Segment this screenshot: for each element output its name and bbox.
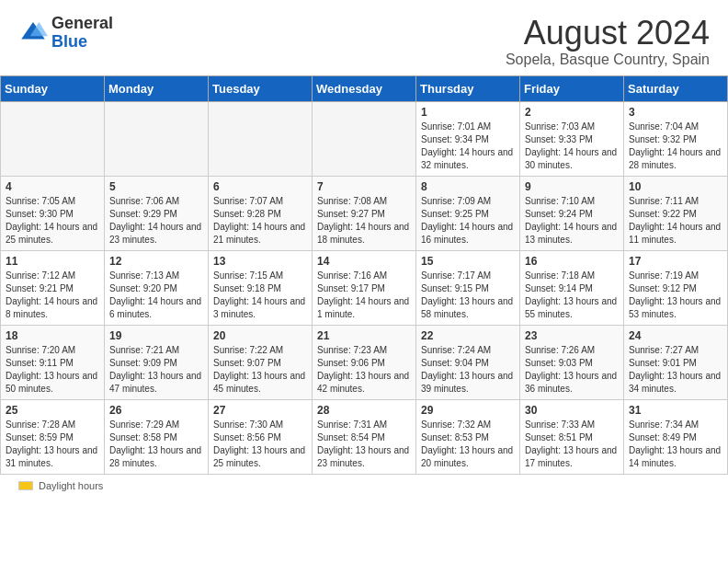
calendar-cell-5: 5Sunrise: 7:06 AMSunset: 9:29 PMDaylight… [105,176,209,250]
weekday-header-thursday: Thursday [416,75,520,101]
day-number: 11 [6,255,99,268]
title-block: August 2024 Sopela, Basque Country, Spai… [506,15,710,68]
calendar-cell-29: 29Sunrise: 7:32 AMSunset: 8:53 PMDayligh… [416,399,520,474]
week-row-1: 1Sunrise: 7:01 AMSunset: 9:34 PMDaylight… [1,101,728,176]
day-info: Sunrise: 7:21 AMSunset: 9:09 PMDaylight:… [109,344,203,396]
day-number: 24 [629,329,722,342]
day-info: Sunrise: 7:20 AMSunset: 9:11 PMDaylight:… [6,344,99,396]
calendar-cell-11: 11Sunrise: 7:12 AMSunset: 9:21 PMDayligh… [1,250,105,325]
calendar-cell-9: 9Sunrise: 7:10 AMSunset: 9:24 PMDaylight… [520,176,624,250]
week-row-5: 25Sunrise: 7:28 AMSunset: 8:59 PMDayligh… [1,399,728,474]
day-number: 1 [421,106,515,119]
day-number: 23 [525,329,619,342]
day-info: Sunrise: 7:11 AMSunset: 9:22 PMDaylight:… [629,195,722,247]
day-number: 7 [317,180,411,193]
day-info: Sunrise: 7:32 AMSunset: 8:53 PMDaylight:… [421,419,515,470]
day-number: 13 [213,255,307,268]
calendar-cell-31: 31Sunrise: 7:34 AMSunset: 8:49 PMDayligh… [624,399,728,474]
day-number: 17 [629,255,722,268]
calendar-cell-empty [105,101,209,176]
day-info: Sunrise: 7:19 AMSunset: 9:12 PMDaylight:… [629,270,722,321]
logo-icon [18,18,48,48]
day-info: Sunrise: 7:17 AMSunset: 9:15 PMDaylight:… [421,270,515,321]
day-info: Sunrise: 7:23 AMSunset: 9:06 PMDaylight:… [317,344,411,396]
day-number: 16 [525,255,619,268]
day-number: 9 [525,180,619,193]
day-info: Sunrise: 7:13 AMSunset: 9:20 PMDaylight:… [109,270,203,321]
calendar-cell-1: 1Sunrise: 7:01 AMSunset: 9:34 PMDaylight… [416,101,520,176]
day-number: 29 [421,404,515,417]
calendar-cell-8: 8Sunrise: 7:09 AMSunset: 9:25 PMDaylight… [416,176,520,250]
calendar-cell-14: 14Sunrise: 7:16 AMSunset: 9:17 PMDayligh… [313,250,416,325]
logo-general: General [51,15,113,33]
day-info: Sunrise: 7:22 AMSunset: 9:07 PMDaylight:… [213,344,307,396]
weekday-header-monday: Monday [105,75,209,101]
day-number: 5 [109,180,203,193]
day-info: Sunrise: 7:18 AMSunset: 9:14 PMDaylight:… [525,270,619,321]
day-number: 18 [6,329,99,342]
calendar-cell-12: 12Sunrise: 7:13 AMSunset: 9:20 PMDayligh… [105,250,209,325]
day-info: Sunrise: 7:05 AMSunset: 9:30 PMDaylight:… [6,195,99,247]
day-info: Sunrise: 7:28 AMSunset: 8:59 PMDaylight:… [6,419,99,470]
daylight-icon [18,481,33,490]
day-info: Sunrise: 7:10 AMSunset: 9:24 PMDaylight:… [525,195,619,247]
day-number: 3 [629,106,722,119]
calendar-cell-13: 13Sunrise: 7:15 AMSunset: 9:18 PMDayligh… [209,250,313,325]
day-info: Sunrise: 7:08 AMSunset: 9:27 PMDaylight:… [317,195,411,247]
calendar-cell-27: 27Sunrise: 7:30 AMSunset: 8:56 PMDayligh… [209,399,313,474]
calendar-cell-4: 4Sunrise: 7:05 AMSunset: 9:30 PMDaylight… [1,176,105,250]
day-info: Sunrise: 7:34 AMSunset: 8:49 PMDaylight:… [629,419,722,470]
weekday-header-tuesday: Tuesday [209,75,313,101]
day-info: Sunrise: 7:33 AMSunset: 8:51 PMDaylight:… [525,419,619,470]
calendar-cell-empty [209,101,313,176]
day-info: Sunrise: 7:31 AMSunset: 8:54 PMDaylight:… [317,419,411,470]
day-number: 28 [317,404,411,417]
day-info: Sunrise: 7:07 AMSunset: 9:28 PMDaylight:… [213,195,307,247]
calendar-cell-24: 24Sunrise: 7:27 AMSunset: 9:01 PMDayligh… [624,325,728,399]
day-number: 12 [109,255,203,268]
day-info: Sunrise: 7:01 AMSunset: 9:34 PMDaylight:… [421,121,515,172]
day-info: Sunrise: 7:03 AMSunset: 9:33 PMDaylight:… [525,121,619,172]
day-number: 26 [109,404,203,417]
day-number: 21 [317,329,411,342]
week-row-2: 4Sunrise: 7:05 AMSunset: 9:30 PMDaylight… [1,176,728,250]
calendar-cell-empty [1,101,105,176]
calendar-cell-18: 18Sunrise: 7:20 AMSunset: 9:11 PMDayligh… [1,325,105,399]
day-info: Sunrise: 7:06 AMSunset: 9:29 PMDaylight:… [109,195,203,247]
day-number: 4 [6,180,99,193]
logo-blue: Blue [51,33,113,52]
day-number: 25 [6,404,99,417]
calendar-table: SundayMondayTuesdayWednesdayThursdayFrid… [0,75,728,475]
day-info: Sunrise: 7:09 AMSunset: 9:25 PMDaylight:… [421,195,515,247]
calendar-cell-22: 22Sunrise: 7:24 AMSunset: 9:04 PMDayligh… [416,325,520,399]
calendar-cell-10: 10Sunrise: 7:11 AMSunset: 9:22 PMDayligh… [624,176,728,250]
day-info: Sunrise: 7:16 AMSunset: 9:17 PMDaylight:… [317,270,411,321]
main-title: August 2024 [506,15,710,52]
calendar-cell-empty [313,101,416,176]
day-number: 19 [109,329,203,342]
day-number: 31 [629,404,722,417]
day-number: 6 [213,180,307,193]
day-number: 22 [421,329,515,342]
day-info: Sunrise: 7:27 AMSunset: 9:01 PMDaylight:… [629,344,722,396]
calendar-cell-16: 16Sunrise: 7:18 AMSunset: 9:14 PMDayligh… [520,250,624,325]
legend: Daylight hours [0,475,728,497]
calendar-cell-19: 19Sunrise: 7:21 AMSunset: 9:09 PMDayligh… [105,325,209,399]
weekday-header-friday: Friday [520,75,624,101]
week-row-3: 11Sunrise: 7:12 AMSunset: 9:21 PMDayligh… [1,250,728,325]
day-number: 20 [213,329,307,342]
day-info: Sunrise: 7:26 AMSunset: 9:03 PMDaylight:… [525,344,619,396]
page-header: General Blue August 2024 Sopela, Basque … [0,0,728,75]
calendar-cell-30: 30Sunrise: 7:33 AMSunset: 8:51 PMDayligh… [520,399,624,474]
calendar-cell-7: 7Sunrise: 7:08 AMSunset: 9:27 PMDaylight… [313,176,416,250]
day-info: Sunrise: 7:24 AMSunset: 9:04 PMDaylight:… [421,344,515,396]
calendar-cell-23: 23Sunrise: 7:26 AMSunset: 9:03 PMDayligh… [520,325,624,399]
calendar-cell-17: 17Sunrise: 7:19 AMSunset: 9:12 PMDayligh… [624,250,728,325]
day-info: Sunrise: 7:12 AMSunset: 9:21 PMDaylight:… [6,270,99,321]
calendar-cell-15: 15Sunrise: 7:17 AMSunset: 9:15 PMDayligh… [416,250,520,325]
day-number: 8 [421,180,515,193]
calendar-cell-6: 6Sunrise: 7:07 AMSunset: 9:28 PMDaylight… [209,176,313,250]
week-row-4: 18Sunrise: 7:20 AMSunset: 9:11 PMDayligh… [1,325,728,399]
day-number: 15 [421,255,515,268]
weekday-header-wednesday: Wednesday [313,75,416,101]
